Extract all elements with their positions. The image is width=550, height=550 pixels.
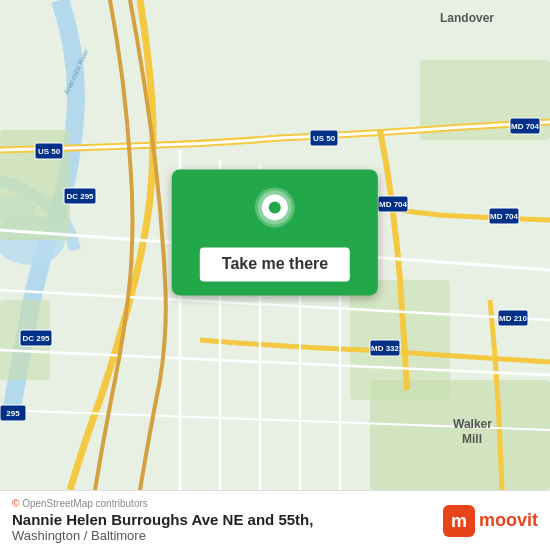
button-overlay: Take me there [172, 169, 378, 295]
bottom-bar: © OpenStreetMap contributors Nannie Hele… [0, 490, 550, 550]
svg-text:US 50: US 50 [313, 134, 336, 143]
svg-text:MD 210: MD 210 [499, 314, 528, 323]
bottom-left-info: © OpenStreetMap contributors Nannie Hele… [12, 498, 313, 543]
svg-text:MD 704: MD 704 [490, 212, 519, 221]
copyright-text: © OpenStreetMap contributors [12, 498, 313, 509]
svg-text:DC 295: DC 295 [66, 192, 94, 201]
location-pin-icon [253, 187, 297, 239]
svg-text:MD 704: MD 704 [511, 122, 540, 131]
svg-text:Mill: Mill [462, 432, 482, 446]
svg-text:Walker: Walker [453, 417, 492, 431]
svg-text:DC 295: DC 295 [22, 334, 50, 343]
svg-text:Landover: Landover [440, 11, 494, 25]
map-container: Anacostia River [0, 0, 550, 490]
svg-text:MD 332: MD 332 [371, 344, 400, 353]
moovit-brand-text: moovit [479, 510, 538, 531]
take-me-there-button[interactable]: Take me there [200, 247, 350, 281]
svg-text:MD 704: MD 704 [379, 200, 408, 209]
svg-text:295: 295 [6, 409, 20, 418]
svg-text:US 50: US 50 [38, 147, 61, 156]
moovit-brand-icon: m [443, 505, 475, 537]
svg-text:m: m [451, 511, 467, 531]
location-subtitle: Washington / Baltimore [12, 528, 313, 543]
navigate-button-box[interactable]: Take me there [172, 169, 378, 295]
moovit-logo: m moovit [443, 505, 538, 537]
copyright-icon: © [12, 498, 19, 509]
location-title: Nannie Helen Burroughs Ave NE and 55th, [12, 511, 313, 528]
svg-rect-8 [370, 380, 550, 490]
